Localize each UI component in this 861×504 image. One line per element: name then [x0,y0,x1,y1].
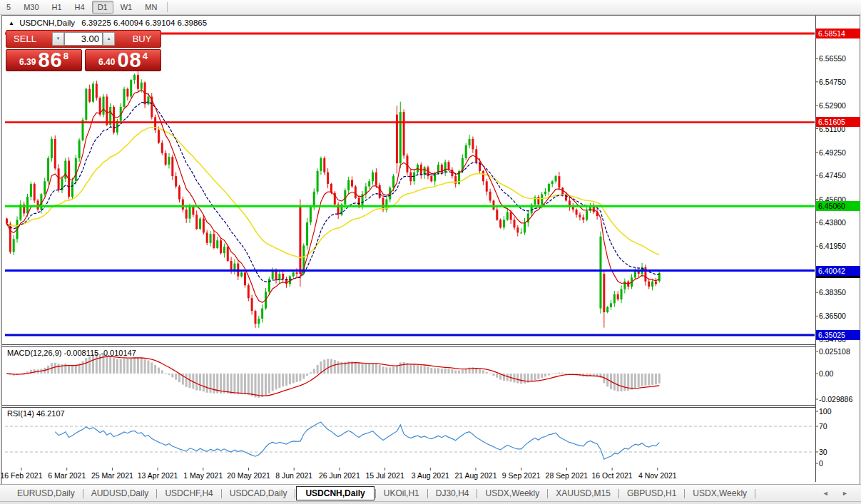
timeframe-button-m30[interactable]: M30 [18,1,44,14]
one-click-trade-panel: SELL ▼ 3.00 ▲ BUY 6.39 86 8 6.40 08 4 [6,30,161,71]
chart-tab-dj30-h4[interactable]: DJ30,H4 [429,486,477,500]
hline-price-label: 6.58514 [816,29,860,38]
ask-price-small: 6.40 [98,57,115,67]
bid-price-sup: 8 [63,51,68,61]
window-bottom-strip [0,501,861,504]
date-axis-label: 9 Sep 2021 [496,471,546,480]
price-axis-tick: 6.36500 [819,312,846,320]
chart-symbol: USDCNH,Daily [19,19,75,27]
chart-tab-usdx-weekly[interactable]: USDX,Weekly [478,486,546,500]
chart-window [1,15,860,485]
chart-tab-ukoil-h1[interactable]: UKOil,H1 [377,486,427,500]
volume-increase-button[interactable]: ▲ [103,32,115,46]
tab-separator [684,489,685,498]
collapse-triangle-icon[interactable]: ▲ [9,20,14,26]
rsi-axis-label: 30 [819,448,827,456]
bid-price-big: 86 [38,51,62,70]
price-axis-tick: 6.56550 [819,54,846,63]
tab-separator [295,489,295,498]
date-axis-label: 4 Nov 2021 [633,471,683,480]
timeframe-button-h1[interactable]: H1 [46,1,68,14]
rsi-pane-separator[interactable] [2,405,815,408]
tab-separator [375,489,376,498]
chart-tab-usdcad-daily[interactable]: USDCAD,Daily [223,486,295,500]
ask-price-big: 08 [117,51,141,70]
date-axis-label: 6 Mar 2021 [42,471,92,480]
tab-separator [477,489,477,498]
timeframe-toolbar: 5M30H1H4D1W1MN [0,0,861,15]
price-axis-tick: 6.41950 [819,242,846,250]
chart-tab-eurusd-daily[interactable]: EURUSD,Daily [10,486,82,500]
buy-button[interactable]: BUY [123,34,161,44]
ask-price-tile[interactable]: 6.40 08 4 [85,49,161,71]
hline-price-label: 6.35025 [816,330,860,340]
tab-separator [427,489,428,498]
timeframe-button-5[interactable]: 5 [1,1,16,14]
hline-price-label: 6.51605 [816,117,860,127]
macd-label: MACD(12,26,9) -0.008115 -0.010147 [7,349,136,357]
tab-separator [221,489,222,498]
rsi-axis-label: 0 [819,459,823,468]
bid-price-small: 6.39 [19,57,36,67]
chart-tab-gbpusd-h1[interactable]: GBPUSD,H1 [620,486,683,500]
price-axis-tick: 6.38350 [819,288,846,297]
volume-input[interactable]: 3.00 [64,32,103,46]
price-axis-tick: 6.49250 [819,148,846,157]
date-axis-label: 28 Sep 2021 [541,471,591,480]
macd-axis-label: 0.025108 [819,347,850,356]
chart-tab-usdcnh-daily[interactable]: USDCNH,Daily [296,486,374,500]
hline-price-label: 6.40042 [816,266,860,276]
volume-decrease-button[interactable]: ▼ [52,32,64,46]
timeframe-button-mn[interactable]: MN [139,1,163,14]
date-axis-label: 21 Aug 2021 [451,471,501,480]
symbol-tab-bar: EURUSD,DailyAUDUSD,DailyUSDCHF,H4USDCAD,… [0,484,861,502]
date-axis-label: 8 Jun 2021 [269,471,319,480]
bid-price-tile[interactable]: 6.39 86 8 [6,49,82,71]
rsi-axis-label: 70 [819,422,827,431]
chart-tab-xauusd-m15[interactable]: XAUUSD,M15 [549,486,618,500]
hline-price-label: 6.45060 [816,201,860,211]
price-axis-tick: 6.52900 [819,101,846,110]
timeframe-button-h4[interactable]: H4 [69,1,91,14]
date-axis-label: 16 Oct 2021 [587,471,637,480]
rsi-axis-label: 100 [819,407,832,416]
rsi-label: RSI(14) 46.2107 [7,409,65,418]
ask-price-sup: 4 [143,51,148,61]
date-axis-label: 20 May 2021 [224,471,274,480]
date-axis-label: 26 Jun 2021 [315,471,365,480]
date-axis-label: 15 Jul 2021 [360,471,410,480]
macd-axis-label: -0.029886 [819,395,852,403]
toolbar-separator [167,2,168,12]
chart-title: ▲ USDCNH,Daily 6.39225 6.40094 6.39104 6… [9,19,207,27]
tab-separator [156,489,157,498]
date-axis-label: 16 Feb 2021 [0,471,46,480]
date-axis-label: 1 May 2021 [178,471,228,480]
price-axis-tick: 6.47450 [819,171,846,180]
tab-scroll-arrows[interactable]: ◄ ► [822,490,854,497]
chart-ohlc: 6.39225 6.40094 6.39104 6.39865 [81,19,207,27]
tab-separator [618,489,619,498]
macd-axis-label: 0.00 [819,369,833,378]
tab-separator [547,489,548,498]
timeframe-button-w1[interactable]: W1 [115,1,138,14]
macd-pane-separator[interactable] [2,344,815,347]
sell-button[interactable]: SELL [6,34,44,44]
price-axis-tick: 6.43800 [819,218,846,227]
chart-tab-usdchf-h4[interactable]: USDCHF,H4 [158,486,220,500]
price-axis-tick: 6.54750 [819,78,846,86]
price-axis-line [815,16,816,482]
tab-separator [83,489,83,498]
date-axis-label: 13 Apr 2021 [133,471,183,480]
date-axis-label: 25 Mar 2021 [87,471,137,480]
timeframe-button-d1[interactable]: D1 [92,1,113,14]
chart-tab-usdx-weekly[interactable]: USDX,Weekly [686,486,754,500]
date-axis-label: 3 Aug 2021 [405,471,455,480]
chart-tab-audusd-daily[interactable]: AUDUSD,Daily [84,486,156,500]
